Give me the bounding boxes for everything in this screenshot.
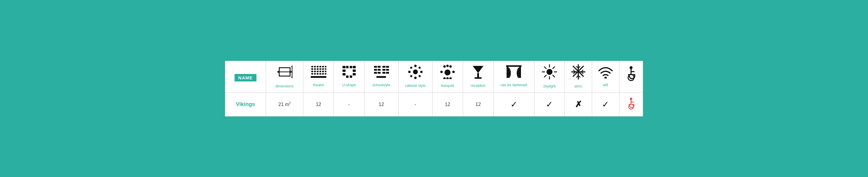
svg-rect-30 [325, 73, 326, 75]
svg-marker-6 [291, 77, 292, 78]
darkened-check: ✓ [510, 100, 517, 109]
wifi-label: wifi [603, 83, 608, 87]
darkened-icon [505, 65, 522, 81]
schoolstyle-value: 12 [364, 93, 398, 116]
airco-header: airco [565, 61, 592, 93]
venue-table: NAME [224, 60, 644, 117]
daylight-value: ✓ [534, 93, 565, 116]
svg-rect-11 [322, 66, 324, 67]
wifi-icon [598, 65, 613, 81]
svg-rect-25 [311, 73, 313, 75]
svg-rect-23 [322, 71, 324, 72]
reception-label: reception [471, 83, 485, 88]
svg-point-61 [418, 75, 421, 77]
svg-rect-17 [322, 68, 324, 70]
svg-rect-20 [314, 71, 316, 72]
svg-rect-38 [353, 69, 356, 72]
svg-point-100 [628, 75, 634, 80]
svg-rect-76 [506, 65, 522, 67]
accessible-icon-header [624, 66, 638, 84]
svg-rect-52 [382, 72, 385, 74]
svg-rect-41 [350, 66, 352, 68]
airco-label: airco [575, 84, 582, 88]
svg-rect-19 [311, 71, 313, 72]
svg-line-83 [553, 75, 555, 77]
svg-point-57 [420, 71, 423, 73]
svg-point-55 [413, 69, 418, 74]
svg-rect-45 [386, 66, 389, 68]
dimensions-icon [277, 64, 292, 82]
svg-point-64 [444, 69, 451, 75]
darkened-value: ✓ [493, 93, 534, 116]
room-name-cell: Vikings [225, 93, 266, 116]
cabaret-icon [408, 65, 423, 82]
darkened-header: can be darkened [493, 61, 534, 93]
theatre-header: theatre [303, 61, 334, 93]
svg-rect-16 [319, 68, 321, 70]
svg-rect-9 [317, 66, 318, 67]
airco-cross: ✗ [575, 100, 582, 109]
svg-rect-27 [317, 73, 318, 75]
reception-value: 12 [463, 93, 493, 116]
svg-point-70 [449, 77, 452, 79]
svg-rect-14 [314, 68, 316, 70]
wifi-value: ✓ [592, 93, 619, 116]
svg-rect-28 [319, 73, 321, 75]
svg-rect-18 [325, 68, 326, 70]
cabaret-label: cabaret style [405, 83, 426, 88]
svg-rect-49 [386, 69, 389, 71]
svg-rect-46 [374, 69, 377, 71]
banquet-header: banquet [432, 61, 463, 93]
svg-rect-35 [346, 75, 348, 78]
svg-rect-74 [477, 73, 479, 77]
ushape-icon [342, 65, 356, 81]
accessible-value [619, 93, 643, 116]
banquet-icon [440, 65, 455, 82]
svg-rect-44 [382, 66, 385, 68]
name-badge: NAME [235, 74, 256, 81]
airco-icon [571, 64, 586, 82]
wifi-header: wifi [592, 61, 619, 93]
svg-point-65 [443, 65, 446, 68]
darkened-label: can be darkened [500, 83, 527, 87]
svg-point-69 [446, 77, 449, 79]
svg-point-56 [414, 65, 416, 67]
cabaret-value: - [398, 93, 432, 116]
svg-line-82 [545, 67, 546, 69]
dimensions-label: dimensions [275, 84, 293, 88]
svg-point-77 [547, 69, 553, 75]
ushape-label: U-shape [342, 83, 356, 87]
svg-rect-54 [376, 76, 386, 78]
svg-rect-10 [319, 66, 321, 67]
cabaret-header: cabaret style [398, 61, 432, 93]
svg-point-102 [629, 104, 633, 109]
accessible-symbol [626, 98, 637, 110]
svg-point-72 [452, 71, 455, 73]
svg-point-60 [418, 67, 421, 69]
schoolstyle-header: schoolstyle [364, 61, 398, 93]
svg-rect-53 [386, 72, 389, 74]
svg-rect-24 [325, 71, 326, 72]
wifi-check: ✓ [602, 100, 609, 109]
svg-rect-39 [353, 73, 356, 75]
schoolstyle-icon [373, 65, 389, 81]
table-row: Vikings 21 m2 12 - 12 - 12 12 ✓ ✓ ✗ [225, 93, 643, 116]
banquet-label: banquet [441, 83, 454, 88]
daylight-label: daylight [543, 84, 555, 88]
svg-rect-32 [343, 66, 345, 68]
svg-rect-75 [474, 77, 482, 79]
svg-rect-43 [378, 66, 381, 68]
theatre-label: theatre [313, 83, 324, 87]
svg-point-59 [408, 71, 411, 73]
svg-rect-21 [317, 71, 318, 72]
svg-rect-22 [319, 71, 321, 72]
room-name: Vikings [236, 101, 255, 107]
svg-rect-40 [346, 66, 348, 68]
svg-point-58 [414, 77, 416, 79]
svg-rect-47 [378, 69, 381, 71]
svg-rect-50 [374, 72, 377, 74]
reception-icon [471, 65, 485, 82]
banquet-value: 12 [432, 93, 463, 116]
svg-rect-42 [374, 66, 377, 68]
svg-point-98 [604, 77, 607, 78]
